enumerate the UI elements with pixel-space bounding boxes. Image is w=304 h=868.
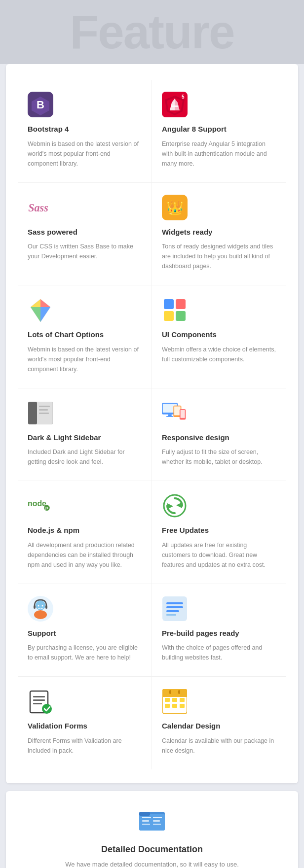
feature-sass-title: Sass powered (28, 227, 142, 237)
svg-rect-44 (34, 605, 36, 609)
feature-sidebar: Dark & Light Sidebar Included Dark and L… (18, 388, 152, 482)
feature-prebuild-desc: With the choice of pages offered and bui… (162, 643, 276, 662)
svg-text:👑: 👑 (166, 199, 184, 215)
svg-rect-63 (180, 698, 185, 702)
docs-description: We have made detailed documentation, so … (58, 860, 246, 868)
svg-point-46 (38, 605, 39, 606)
feature-chart: Lots of Chart Options Webmin is based on… (18, 285, 152, 388)
svg-rect-26 (39, 413, 49, 414)
svg-rect-75 (153, 817, 162, 818)
svg-rect-29 (168, 414, 172, 416)
feature-prebuild-title: Pre-build pages ready (162, 628, 276, 638)
feature-bootstrap-desc: Webmin is based on the latest version of… (28, 139, 142, 169)
bootstrap-icon: B (28, 92, 53, 117)
feature-nodejs-title: Node.js & npm (28, 525, 142, 535)
svg-marker-16 (31, 307, 40, 322)
updates-icon (162, 493, 188, 519)
sass-icon: Sass (28, 195, 53, 220)
svg-rect-20 (164, 311, 174, 321)
docs-icon (137, 807, 167, 836)
feature-widgets-title: Widgets ready (162, 227, 276, 237)
feature-support: Support By purchasing a license, you are… (18, 584, 152, 677)
chart-icon (28, 297, 53, 323)
svg-rect-19 (176, 299, 186, 309)
feature-responsive: Responsive design Fully adjust to fit th… (152, 388, 286, 482)
feature-support-desc: By purchasing a license, you are eligibl… (28, 643, 142, 662)
svg-marker-17 (40, 307, 50, 322)
feature-angular: 5 Angular 8 Support Enterprise ready Ang… (152, 80, 286, 183)
feature-updates-desc: All updates are free for existing custom… (162, 540, 276, 570)
documentation-section: Detailed Documentation We have made deta… (6, 791, 298, 868)
feature-chart-title: Lots of Chart Options (28, 330, 142, 340)
svg-point-57 (42, 704, 52, 714)
svg-rect-68 (178, 690, 180, 694)
feature-angular-title: Angular 8 Support (162, 124, 276, 134)
svg-text:5: 5 (182, 94, 185, 100)
feature-calendar: Calendar Design Calendar is available wi… (152, 677, 286, 769)
svg-rect-48 (162, 596, 187, 621)
svg-rect-67 (169, 690, 171, 694)
svg-rect-50 (166, 606, 183, 608)
feature-chart-desc: Webmin is based on the latest version of… (28, 345, 142, 374)
feature-bootstrap-title: Bootstrap 4 (28, 124, 142, 134)
feature-sass-desc: Our CSS is written Sass Base to make you… (28, 242, 142, 261)
svg-rect-71 (139, 812, 150, 816)
sidebar-icon (28, 400, 53, 426)
hero-section: Feature (0, 0, 304, 64)
svg-rect-23 (28, 402, 37, 424)
calendar-icon (162, 689, 188, 714)
ui-icon (162, 297, 188, 323)
prebuild-icon (162, 596, 188, 622)
features-grid: B Bootstrap 4 Webmin is based on the lat… (18, 80, 286, 769)
feature-responsive-desc: Fully adjust to fit the size of screen, … (162, 447, 276, 467)
svg-marker-39 (176, 502, 182, 508)
feature-validation-desc: Different Forms with Validation are incl… (28, 736, 142, 756)
feature-sidebar-desc: Included Dark and Light Sidebar for gett… (28, 447, 142, 467)
feature-angular-desc: Enterprise ready Angular 5 integration w… (162, 139, 276, 169)
svg-rect-18 (164, 299, 174, 309)
svg-rect-76 (153, 820, 160, 822)
feature-ui-desc: Webmin offers a wide choice of elements,… (162, 345, 276, 364)
svg-point-47 (42, 605, 43, 606)
feature-prebuild: Pre-build pages ready With the choice of… (152, 584, 286, 677)
feature-support-title: Support (28, 628, 142, 638)
svg-text:Sass: Sass (28, 201, 48, 213)
feature-validation: Validation Forms Different Forms with Va… (18, 677, 152, 769)
feature-validation-title: Validation Forms (28, 721, 142, 731)
feature-updates-title: Free Updates (162, 525, 276, 535)
svg-rect-21 (176, 311, 186, 321)
svg-rect-77 (153, 824, 161, 825)
svg-point-43 (34, 610, 47, 619)
support-icon (28, 596, 53, 622)
svg-rect-24 (39, 406, 50, 407)
svg-rect-51 (166, 610, 179, 612)
svg-rect-60 (162, 693, 187, 697)
svg-rect-25 (39, 409, 48, 411)
feature-responsive-title: Responsive design (162, 433, 276, 443)
svg-rect-73 (142, 820, 149, 822)
svg-rect-56 (33, 703, 42, 704)
svg-rect-8 (171, 105, 178, 107)
svg-rect-64 (165, 704, 170, 708)
svg-text:B: B (37, 99, 44, 111)
feature-sass: Sass Sass powered Our CSS is written Sas… (18, 183, 152, 286)
feature-updates: Free Updates All updates are free for ex… (152, 481, 286, 584)
svg-rect-45 (45, 605, 47, 609)
feature-ui: UI Components Webmin offers a wide choic… (152, 285, 286, 388)
validation-icon (28, 689, 53, 714)
feature-widgets: 👑 Widgets ready Tons of ready designed w… (152, 183, 286, 286)
svg-rect-55 (33, 699, 45, 701)
feature-widgets-desc: Tons of ready designed widgets and tiles… (162, 242, 276, 271)
feature-sidebar-title: Dark & Light Sidebar (28, 433, 142, 443)
nodejs-icon: node js (28, 493, 53, 519)
svg-rect-52 (166, 614, 176, 616)
svg-text:js: js (45, 506, 48, 510)
svg-rect-62 (172, 698, 177, 702)
svg-text:node: node (28, 499, 46, 508)
hero-text: Feature (70, 5, 234, 59)
svg-rect-30 (166, 416, 173, 417)
feature-calendar-desc: Calendar is available with our package i… (162, 736, 276, 756)
feature-calendar-title: Calendar Design (162, 721, 276, 731)
svg-rect-74 (142, 824, 150, 825)
docs-title: Detailed Documentation (18, 844, 286, 855)
